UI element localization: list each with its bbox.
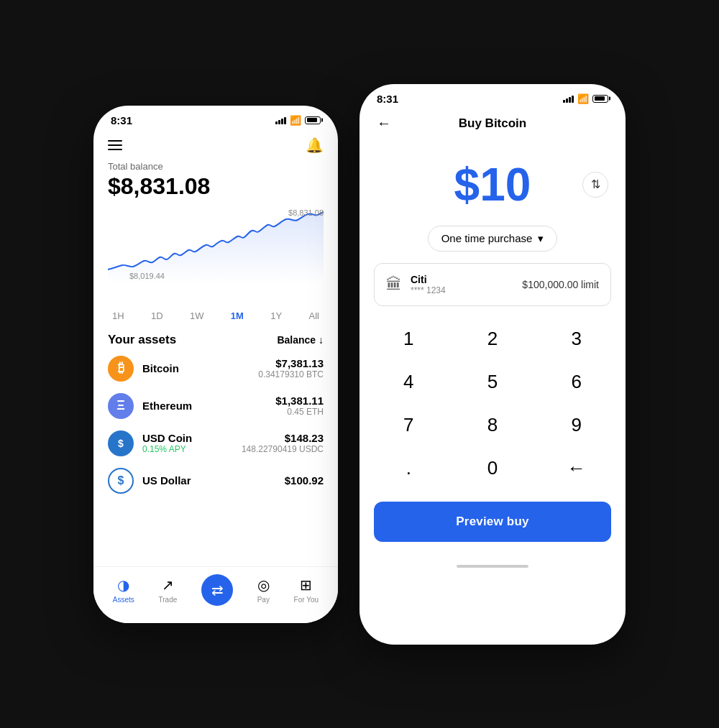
- notification-bell-icon[interactable]: 🔔: [306, 137, 324, 154]
- filter-1d[interactable]: 1D: [147, 309, 168, 323]
- total-balance-value: $8,831.08: [108, 173, 324, 200]
- usd-icon: $: [108, 468, 134, 494]
- right-status-icons: 📶: [563, 93, 608, 104]
- bitcoin-icon: ₿: [108, 356, 134, 382]
- usdc-name: USD Coin: [142, 432, 192, 444]
- usd-value: $100.92: [285, 474, 324, 487]
- numpad-1[interactable]: 1: [367, 318, 451, 361]
- payment-limit: $100,000.00 limit: [522, 279, 599, 290]
- nav-assets[interactable]: ◑ Assets: [113, 576, 134, 604]
- left-status-time: 8:31: [111, 114, 132, 126]
- right-phone: 8:31 📶 ← Buy Bitcoin $10 ⇅: [360, 84, 626, 645]
- convert-button[interactable]: ⇅: [582, 172, 608, 198]
- usdc-info: USD Coin 0.15% APY: [142, 432, 192, 454]
- numpad-6[interactable]: 6: [534, 361, 618, 404]
- preview-buy-section: Preview buy: [360, 490, 626, 559]
- filter-1h[interactable]: 1H: [108, 309, 129, 323]
- assets-nav-icon: ◑: [117, 576, 129, 594]
- numpad-decimal[interactable]: .: [367, 447, 451, 490]
- purchase-type-chevron-icon: ▾: [538, 232, 544, 245]
- right-top-bar: ← Buy Bitcoin: [360, 109, 626, 141]
- ethereum-value: $1,381.11: [275, 395, 324, 407]
- amount-display: $10: [454, 158, 531, 211]
- nav-trade[interactable]: ↗ Trade: [159, 576, 178, 604]
- usdc-value: $148.23: [242, 432, 324, 444]
- purchase-type-dropdown[interactable]: One time purchase ▾: [428, 226, 558, 252]
- center-swap-button[interactable]: ⇄: [201, 574, 233, 606]
- assets-sort-button[interactable]: Balance ↓: [277, 334, 324, 346]
- trade-nav-label: Trade: [159, 596, 178, 604]
- chart-low-label: $8,019.44: [129, 272, 165, 280]
- usd-balance: $100.92: [285, 474, 324, 487]
- numpad: 1 2 3 4 5 6 7 8 9 . 0 ←: [367, 318, 618, 490]
- portfolio-chart: $8,831.08 $8,019.44: [108, 208, 324, 302]
- usd-info: US Dollar: [142, 474, 191, 487]
- usd-name: US Dollar: [142, 474, 191, 487]
- payment-info: Citi **** 1234: [411, 274, 513, 295]
- home-bar: [457, 565, 528, 568]
- filter-1w[interactable]: 1W: [186, 309, 209, 323]
- pay-nav-label: Pay: [257, 596, 270, 604]
- asset-left-bitcoin: ₿ Bitcoin: [108, 356, 179, 382]
- payment-method-section[interactable]: 🏛 Citi **** 1234 $100,000.00 limit: [374, 263, 611, 306]
- nav-for-you[interactable]: ⊞ For You: [294, 576, 319, 604]
- filter-1m[interactable]: 1M: [226, 309, 248, 323]
- filter-1y[interactable]: 1Y: [266, 309, 286, 323]
- payment-account-number: **** 1234: [411, 285, 513, 295]
- nav-pay-center[interactable]: ⇄: [201, 574, 233, 606]
- filter-all[interactable]: All: [305, 309, 324, 323]
- amount-section: $10 ⇅: [360, 141, 626, 226]
- time-filter-bar: 1H 1D 1W 1M 1Y All: [108, 306, 324, 333]
- signal-icon: [275, 116, 286, 124]
- foryou-nav-icon: ⊞: [300, 576, 312, 594]
- numpad-5[interactable]: 5: [451, 361, 535, 404]
- bitcoin-name: Bitcoin: [142, 362, 179, 374]
- purchase-type-section: One time purchase ▾: [360, 226, 626, 252]
- foryou-nav-label: For You: [294, 596, 319, 604]
- asset-item-bitcoin[interactable]: ₿ Bitcoin $7,381.13 0.34179310 BTC: [108, 356, 324, 382]
- numpad-8[interactable]: 8: [451, 404, 535, 447]
- usdc-amount: 148.22790419 USDC: [242, 444, 324, 454]
- ethereum-balance: $1,381.11 0.45 ETH: [275, 395, 324, 417]
- preview-buy-button[interactable]: Preview buy: [374, 502, 611, 542]
- ethereum-name: Ethereum: [142, 400, 192, 412]
- numpad-0[interactable]: 0: [451, 447, 535, 490]
- wifi-icon: 📶: [290, 115, 301, 126]
- right-signal-icon: [563, 94, 574, 103]
- bottom-nav: ◑ Assets ↗ Trade ⇄ ◎ Pay ⊞ For You: [93, 566, 338, 623]
- bitcoin-info: Bitcoin: [142, 362, 179, 374]
- nav-pay[interactable]: ◎ Pay: [257, 576, 270, 604]
- numpad-4[interactable]: 4: [367, 361, 451, 404]
- numpad-3[interactable]: 3: [534, 318, 618, 361]
- numpad-7[interactable]: 7: [367, 404, 451, 447]
- usdc-apy: 0.15% APY: [142, 444, 192, 454]
- numpad-2[interactable]: 2: [451, 318, 535, 361]
- left-status-icons: 📶: [275, 115, 321, 126]
- usdc-icon: $: [108, 430, 134, 456]
- asset-item-usd[interactable]: $ US Dollar $100.92: [108, 468, 324, 494]
- bitcoin-amount: 0.34179310 BTC: [258, 369, 324, 379]
- payment-bank-name: Citi: [411, 274, 513, 285]
- asset-item-ethereum[interactable]: Ξ Ethereum $1,381.11 0.45 ETH: [108, 393, 324, 419]
- assets-nav-label: Assets: [113, 596, 134, 604]
- right-status-bar: 8:31 📶: [360, 84, 626, 109]
- home-indicator: [360, 559, 626, 573]
- left-top-bar: 🔔: [93, 131, 338, 161]
- right-wifi-icon: 📶: [577, 93, 589, 104]
- asset-item-usdc[interactable]: $ USD Coin 0.15% APY $148.23 148.2279041…: [108, 430, 324, 456]
- right-battery-icon: [592, 95, 608, 103]
- total-balance-label: Total balance: [108, 161, 324, 172]
- ethereum-amount: 0.45 ETH: [275, 407, 324, 417]
- trade-nav-icon: ↗: [162, 576, 174, 594]
- right-status-time: 8:31: [377, 93, 398, 105]
- bitcoin-balance: $7,381.13 0.34179310 BTC: [258, 357, 324, 379]
- menu-icon[interactable]: [108, 140, 122, 150]
- pay-nav-icon: ◎: [257, 576, 270, 594]
- numpad-9[interactable]: 9: [534, 404, 618, 447]
- back-button[interactable]: ←: [377, 115, 391, 132]
- ethereum-info: Ethereum: [142, 400, 192, 412]
- left-phone: 8:31 📶 🔔 Total bal: [93, 106, 338, 623]
- numpad-backspace[interactable]: ←: [534, 447, 618, 490]
- purchase-type-label: One time purchase: [441, 232, 533, 244]
- ethereum-icon: Ξ: [108, 393, 134, 419]
